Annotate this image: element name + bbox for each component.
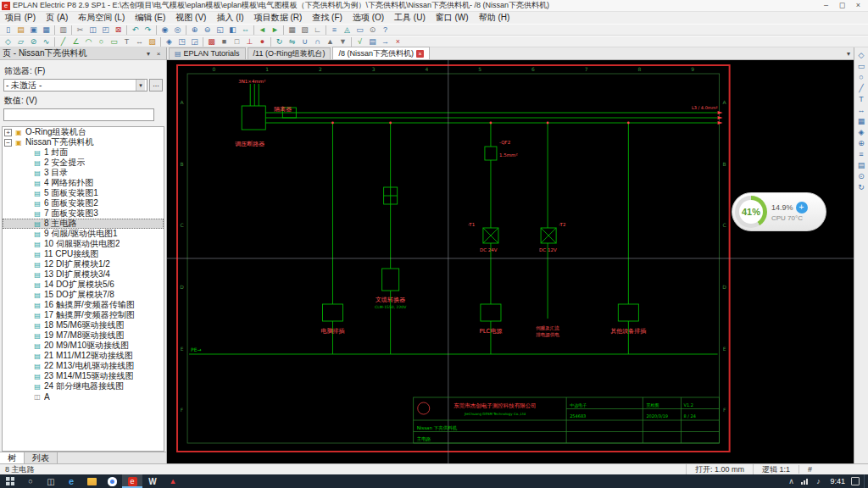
menu-find[interactable]: 查找 (F): [307, 12, 348, 24]
rectangle-icon[interactable]: ▭: [108, 36, 120, 47]
separator[interactable]: [160, 37, 161, 47]
rail-dimension-icon[interactable]: ↔: [855, 105, 867, 116]
image-icon[interactable]: ▨: [146, 36, 159, 47]
schematic-svg[interactable]: 3N1×4mm²隔离器调压断路器L3 / 4.0mm²-QF21.5mm²-T1…: [167, 60, 854, 463]
print-icon[interactable]: ▥: [57, 25, 70, 36]
snap-icon[interactable]: ▧: [298, 25, 311, 36]
expander-icon[interactable]: [23, 230, 31, 238]
expander-icon[interactable]: −: [4, 139, 12, 147]
menu-page[interactable]: 页 (A): [41, 12, 73, 24]
expander-icon[interactable]: [23, 241, 31, 248]
help-icon[interactable]: ?: [379, 25, 392, 36]
separator[interactable]: [326, 25, 326, 35]
search-button[interactable]: ○: [20, 474, 41, 488]
show-desktop-button[interactable]: [864, 474, 866, 488]
save-all-icon[interactable]: ▦: [40, 25, 53, 36]
expander-icon[interactable]: [23, 312, 31, 319]
page-tree[interactable]: + ▣ O-Ring组装机台 − ▣ Nissan下亮供料机 ▤ 1 封面: [2, 126, 164, 452]
delete-icon[interactable]: ⊠: [112, 25, 125, 36]
settings-icon[interactable]: ⊙: [366, 25, 379, 36]
navigator-icon[interactable]: ◬: [341, 25, 353, 36]
rail-macro-icon[interactable]: ◈: [855, 127, 867, 138]
polyline-icon[interactable]: ∠: [70, 36, 82, 47]
rail-text-icon[interactable]: T: [855, 94, 867, 105]
rail-grid-icon[interactable]: ▦: [855, 116, 867, 127]
expander-icon[interactable]: [23, 200, 31, 208]
expander-icon[interactable]: +: [4, 129, 12, 136]
drawing-canvas[interactable]: 3N1×4mm²隔离器调压断路器L3 / 4.0mm²-QF21.5mm²-T1…: [167, 60, 854, 463]
rail-line-icon[interactable]: ╱: [855, 83, 867, 94]
expander-icon[interactable]: [23, 220, 31, 228]
tab-list-dropdown-icon[interactable]: ▾: [847, 50, 850, 58]
close-button[interactable]: ×: [850, 0, 866, 11]
expander-icon[interactable]: [23, 261, 31, 269]
filter-more-button[interactable]: ...: [149, 79, 163, 92]
expander-icon[interactable]: [23, 180, 31, 187]
expander-icon[interactable]: [23, 322, 31, 330]
terminal-icon[interactable]: ⊘: [27, 36, 40, 47]
menu-view[interactable]: 视图 (V): [170, 12, 211, 24]
menu-layout-space[interactable]: 布局空间 (L): [73, 12, 130, 24]
undo-icon[interactable]: ↶: [129, 25, 142, 36]
ortho-icon[interactable]: ∟: [311, 25, 324, 36]
find-next-icon[interactable]: ◎: [171, 25, 184, 36]
bring-front-icon[interactable]: ▲: [324, 36, 337, 47]
separator[interactable]: [126, 25, 127, 35]
pan-icon[interactable]: ⇔: [239, 25, 252, 36]
black-box-icon[interactable]: ■: [218, 36, 231, 47]
open-project-icon[interactable]: ▤: [14, 25, 27, 36]
zoom-out-icon[interactable]: ⊖: [201, 25, 214, 36]
grid-icon[interactable]: ▦: [286, 25, 298, 36]
clock[interactable]: 9:41: [826, 477, 849, 485]
tree-page-7[interactable]: ▤ 7 面板安装图3: [3, 208, 164, 219]
panel-menu-icon[interactable]: ▾: [143, 50, 153, 58]
notification-center-icon[interactable]: [851, 477, 860, 485]
circle-icon[interactable]: ○: [95, 36, 108, 47]
separator[interactable]: [54, 37, 55, 47]
new-project-icon[interactable]: ▯: [2, 25, 14, 36]
ungroup-icon[interactable]: ∩: [311, 36, 324, 47]
paste-icon[interactable]: ◰: [99, 25, 112, 36]
taskbar-alert[interactable]: ▲: [163, 474, 183, 488]
menu-options[interactable]: 选项 (O): [348, 12, 389, 24]
previous-page-icon[interactable]: ◄: [256, 25, 269, 36]
insert-device-icon[interactable]: ▱: [14, 36, 27, 47]
save-icon[interactable]: ▣: [27, 25, 40, 36]
expander-icon[interactable]: [23, 352, 31, 360]
zoom-in-icon[interactable]: ⊕: [188, 25, 201, 36]
zoom-window-icon[interactable]: ◱: [214, 25, 226, 36]
rail-settings-icon[interactable]: ⊙: [855, 171, 867, 182]
expander-icon[interactable]: [23, 149, 31, 157]
report-icon[interactable]: ▤: [366, 36, 379, 47]
expander-icon[interactable]: [23, 281, 31, 289]
text-icon[interactable]: T: [120, 36, 133, 47]
expander-icon[interactable]: [23, 393, 31, 401]
menu-project[interactable]: 项目 (P): [0, 12, 41, 24]
cut-icon[interactable]: ✂: [74, 25, 86, 36]
separator[interactable]: [253, 25, 254, 35]
menu-insert[interactable]: 插入 (I): [211, 12, 248, 24]
taskbar-edge[interactable]: e: [61, 474, 81, 488]
rotate-icon[interactable]: ↻: [273, 36, 286, 47]
potential-icon[interactable]: ⊥: [243, 36, 256, 47]
cable-icon[interactable]: ∿: [40, 36, 53, 47]
tray-chevron-icon[interactable]: ∧: [785, 474, 797, 488]
line-icon[interactable]: ╱: [57, 36, 70, 47]
rail-layers-icon[interactable]: ≡: [855, 149, 867, 160]
rail-refresh-icon[interactable]: ↻: [855, 182, 867, 193]
expander-icon[interactable]: [23, 169, 31, 177]
expander-icon[interactable]: [23, 291, 31, 299]
expander-icon[interactable]: [23, 383, 31, 391]
rail-pages-icon[interactable]: ▤: [855, 160, 867, 171]
export-icon[interactable]: →: [379, 36, 392, 47]
structure-box-icon[interactable]: □: [231, 36, 243, 47]
menu-help[interactable]: 帮助 (H): [474, 12, 515, 24]
separator[interactable]: [71, 25, 72, 35]
expander-icon[interactable]: [23, 210, 31, 218]
separator[interactable]: [186, 25, 186, 35]
expander-icon[interactable]: [23, 342, 31, 350]
expander-icon[interactable]: [23, 332, 31, 340]
taskbar-office[interactable]: W: [142, 474, 163, 488]
filter-combobox[interactable]: - 未激活 - ▾: [3, 79, 147, 92]
value-input[interactable]: [3, 108, 154, 121]
